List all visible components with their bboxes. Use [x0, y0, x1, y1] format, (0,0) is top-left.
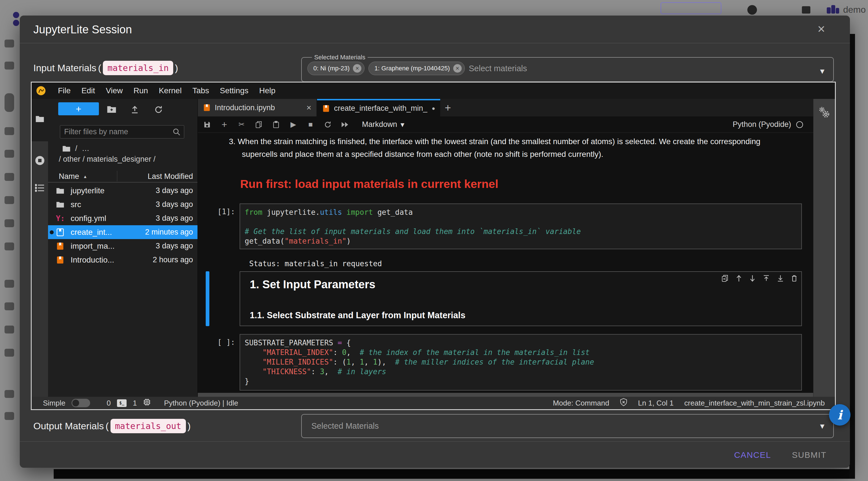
select-materials-placeholder: Select materials [469, 64, 527, 73]
cell-prompt: [ ]: [198, 338, 235, 347]
output-materials-label: Output Materials ( materials_out ) [33, 414, 191, 438]
table-of-contents-icon[interactable] [35, 184, 44, 193]
jupyterlite-logo-icon [36, 86, 46, 95]
duplicate-cell-icon[interactable] [722, 275, 728, 282]
move-cell-down-icon[interactable] [749, 275, 755, 282]
cut-icon[interactable]: ✂ [237, 120, 246, 129]
run-icon[interactable]: ▶ [288, 120, 298, 129]
menu-help[interactable]: Help [254, 86, 281, 95]
tab-introduction[interactable]: Introduction.ipynb × [198, 99, 317, 116]
column-name[interactable]: Name ▲ [59, 172, 87, 181]
cursor-position[interactable]: Ln 1, Col 1 [638, 399, 674, 408]
code-cell-get-data[interactable]: from jupyterlite.utils import get_data #… [240, 204, 802, 249]
file-row-src[interactable]: src 3 days ago [48, 198, 197, 211]
material-chip-ni[interactable]: 0: Ni (mp-23) × [307, 62, 365, 75]
restart-run-all-icon[interactable] [340, 122, 350, 128]
file-row-jupyterlite[interactable]: jupyterlite 3 days ago [48, 184, 197, 198]
menu-settings[interactable]: Settings [214, 86, 254, 95]
background-logo-dot [13, 12, 19, 18]
sort-asc-icon: ▲ [83, 174, 87, 179]
move-cell-up-icon[interactable] [736, 275, 742, 282]
save-icon[interactable] [202, 121, 212, 128]
dialog-header: JupyterLite Session × [20, 16, 850, 43]
restart-kernel-icon[interactable] [323, 121, 333, 128]
new-folder-icon[interactable] [107, 106, 116, 115]
background-right-strip [849, 34, 855, 479]
paste-icon[interactable] [271, 121, 281, 128]
property-inspector-gears-icon[interactable] [818, 106, 830, 119]
new-tab-button[interactable]: + [440, 99, 456, 116]
upload-icon[interactable] [130, 106, 139, 115]
cell-type-select[interactable]: Markdown ▾ [362, 120, 404, 129]
menu-view[interactable]: View [100, 86, 128, 95]
add-cell-icon[interactable]: + [220, 119, 229, 130]
close-icon[interactable]: × [817, 22, 825, 35]
refresh-icon[interactable] [154, 106, 163, 115]
background-user-label: demo [843, 4, 866, 15]
file-row-config-yml[interactable]: Y: config.yml 3 days ago [48, 211, 197, 225]
unsaved-changes-dot: ● [432, 105, 435, 112]
background-sidebar-icon [4, 62, 14, 69]
menu-file[interactable]: File [53, 86, 76, 95]
folder-icon [56, 201, 71, 208]
column-last-modified[interactable]: Last Modified [148, 172, 193, 181]
kernel-indicator[interactable]: Python (Pyodide) [733, 120, 803, 129]
breadcrumb[interactable]: / … [62, 144, 90, 153]
right-sidebar [813, 99, 835, 397]
menu-tabs[interactable]: Tabs [187, 86, 214, 95]
background-sidebar-icon [4, 173, 14, 181]
markdown-cell-selected[interactable]: 1. Set Input Parameters 1.1. Select Subs… [240, 271, 802, 326]
chevron-down-icon: ▾ [401, 120, 405, 129]
file-browser-icon[interactable] [35, 115, 44, 124]
selected-materials-field[interactable]: Selected Materials 0: Ni (mp-23) × 1: Gr… [301, 54, 834, 82]
cpu-kernel-icon[interactable] [143, 398, 151, 408]
submit-button[interactable]: SUBMIT [792, 450, 827, 460]
chevron-down-icon[interactable]: ▼ [818, 67, 826, 76]
selected-materials-legend: Selected Materials [312, 54, 368, 61]
terminal-icon[interactable]: $_ [117, 399, 127, 407]
background-sidebar-icon [4, 242, 14, 250]
command-mode-label[interactable]: Mode: Command [553, 399, 609, 408]
insert-cell-above-icon[interactable] [763, 275, 770, 282]
chip-remove-icon[interactable]: × [453, 64, 462, 72]
insert-cell-below-icon[interactable] [777, 275, 784, 282]
code-cell-substrate-parameters[interactable]: SUBSTRATE_PARAMETERS = { "MATERIAL_INDEX… [240, 334, 802, 391]
background-avatar [747, 5, 757, 15]
kernel-status-text[interactable]: Python (Pyodide) | Idle [164, 399, 238, 408]
markdown-list-item[interactable]: 3. When the strain matching is finished,… [229, 135, 794, 160]
markdown-red-heading[interactable]: Run first: load input materials in curre… [240, 178, 498, 191]
chip-remove-icon[interactable]: × [353, 64, 361, 72]
delete-cell-icon[interactable] [791, 275, 797, 282]
material-chip-graphene[interactable]: 1: Graphene (mp-1040425) × [368, 62, 465, 75]
activity-bar [32, 99, 48, 397]
breadcrumb-path[interactable]: / other / materials_designer / [59, 155, 155, 163]
notebook-file-icon [56, 228, 71, 237]
selected-cell-indicator [206, 271, 209, 326]
background-sidebar-icon [4, 39, 14, 48]
file-row-introduction[interactable]: Introductio... 2 hours ago [48, 253, 197, 267]
markdown-h1: 1. Set Input Parameters [250, 278, 375, 291]
simple-mode-toggle[interactable] [71, 399, 90, 407]
horizontal-scrollbar[interactable] [198, 393, 813, 397]
filter-files-input[interactable] [60, 125, 184, 139]
file-row-import-material[interactable]: import_ma... 3 days ago [48, 239, 197, 253]
file-browser-panel: + / … / other / [48, 99, 198, 397]
notebook-content: 3. When the strain matching is finished,… [198, 133, 813, 397]
dialog-title: JupyterLite Session [33, 16, 132, 43]
materials-in-chip: materials_in [103, 61, 173, 75]
background-sidebar-icon [4, 150, 14, 158]
menu-edit[interactable]: Edit [76, 86, 100, 95]
running-sessions-icon[interactable] [35, 155, 45, 167]
stop-icon[interactable]: ■ [306, 120, 315, 129]
menu-run[interactable]: Run [128, 86, 153, 95]
cancel-button[interactable]: CANCEL [734, 450, 771, 460]
tab-close-icon[interactable]: × [306, 103, 311, 113]
background-sidebar-icon [4, 93, 14, 112]
output-materials-select[interactable]: Selected Materials ▼ [301, 414, 834, 438]
copy-icon[interactable] [254, 121, 264, 128]
tab-create-interface[interactable]: create_interface_with_min_ ● [317, 99, 440, 116]
new-launcher-button[interactable]: + [58, 102, 99, 115]
menu-kernel[interactable]: Kernel [153, 86, 187, 95]
file-row-create-interface[interactable]: create_int... 2 minutes ago [48, 225, 197, 239]
info-button[interactable]: i [829, 404, 850, 426]
